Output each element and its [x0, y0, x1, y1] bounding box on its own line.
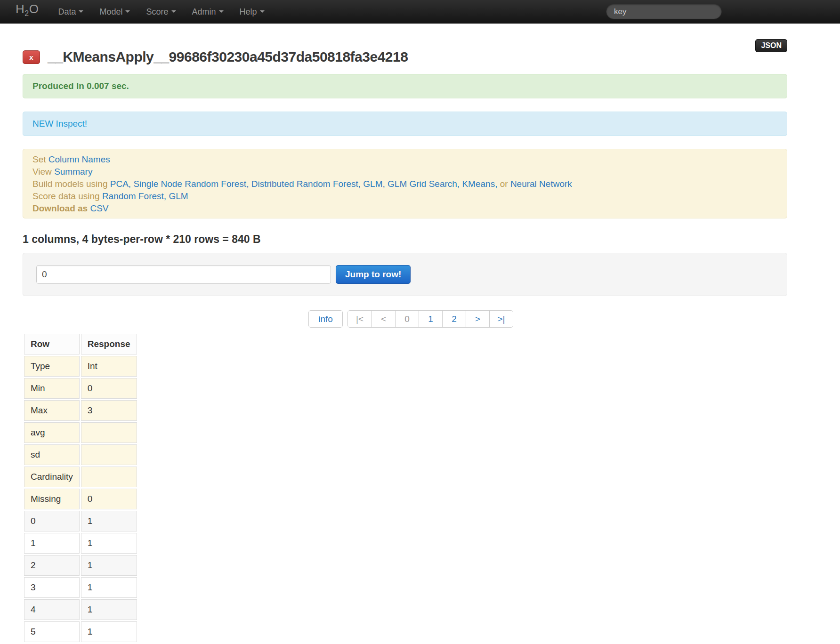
- info-button[interactable]: info: [308, 310, 343, 328]
- key-search-input[interactable]: [606, 4, 722, 19]
- nav-item-data[interactable]: Data: [50, 0, 91, 24]
- title-row: x __KMeansApply__99686f30230a45d37da5081…: [23, 49, 408, 65]
- page-title: __KMeansApply__99686f30230a45d37da50818f…: [48, 49, 408, 65]
- action-text: View: [32, 167, 54, 177]
- row-number-input[interactable]: [36, 265, 331, 284]
- row-label-cell: Max: [24, 400, 80, 421]
- actions-box: Set Column NamesView SummaryBuild models…: [23, 149, 787, 218]
- caret-down-icon: [219, 10, 224, 13]
- summary-heading: 1 columns, 4 bytes-per-row * 210 rows = …: [23, 233, 787, 246]
- nav-menu: DataModelScoreAdminHelp: [50, 0, 272, 24]
- success-alert: Produced in 0.007 sec.: [23, 74, 787, 98]
- table-header-row: Row Response: [24, 334, 137, 354]
- page-header: JSON x __KMeansApply__99686f30230a45d37d…: [23, 24, 787, 74]
- nav-item-score[interactable]: Score: [138, 0, 184, 24]
- nav-item-label: Help: [240, 0, 257, 24]
- close-button[interactable]: x: [23, 50, 40, 64]
- page-button[interactable]: >|: [489, 311, 513, 327]
- row-label-cell: 3: [24, 577, 80, 598]
- table-row: 11: [24, 533, 137, 554]
- row-value-cell: 1: [81, 511, 137, 531]
- nav-item-label: Data: [58, 0, 76, 24]
- page-button[interactable]: 2: [442, 311, 466, 327]
- page-button[interactable]: 1: [419, 311, 442, 327]
- table-row: Min0: [24, 378, 137, 399]
- action-text: Set: [32, 154, 48, 164]
- table-row: 31: [24, 577, 137, 598]
- page-button: <: [372, 311, 395, 327]
- table-row: Max3: [24, 400, 137, 421]
- action-link[interactable]: GLM: [169, 191, 188, 201]
- row-value-cell: [81, 444, 137, 465]
- nav-item-label: Score: [146, 0, 168, 24]
- nav-item-help[interactable]: Help: [232, 0, 273, 24]
- row-label-cell: Min: [24, 378, 80, 399]
- row-label-cell: Cardinality: [24, 467, 80, 487]
- action-line: View Summary: [32, 166, 777, 178]
- page-button[interactable]: >: [466, 311, 489, 327]
- caret-down-icon: [79, 10, 83, 13]
- action-line: Set Column Names: [32, 153, 777, 166]
- jump-to-row-form: Jump to row!: [23, 253, 787, 296]
- row-label-cell: Type: [24, 356, 80, 377]
- logo-text-tail: O: [29, 2, 39, 16]
- jump-to-row-button[interactable]: Jump to row!: [336, 265, 411, 284]
- action-link[interactable]: Neural Network: [510, 179, 572, 189]
- column-summary-table: Row Response TypeIntMin0Max3avgsdCardina…: [23, 332, 138, 644]
- info-alert: NEW Inspect!: [23, 112, 787, 136]
- action-link[interactable]: Random Forest,: [102, 191, 166, 201]
- json-button[interactable]: JSON: [755, 39, 787, 52]
- h2o-logo[interactable]: H2O: [16, 0, 39, 26]
- nav-item-label: Model: [99, 0, 122, 24]
- row-label-cell: 2: [24, 555, 80, 576]
- table-row: Cardinality: [24, 467, 137, 487]
- main-content: JSON x __KMeansApply__99686f30230a45d37d…: [23, 24, 787, 644]
- row-label-cell: 5: [24, 621, 80, 642]
- logo-text: H: [16, 2, 24, 16]
- row-value-cell: 1: [81, 533, 137, 554]
- action-text: or: [497, 179, 510, 189]
- new-inspect-link[interactable]: NEW Inspect!: [32, 119, 87, 129]
- row-header: Row: [24, 334, 80, 354]
- action-link[interactable]: PCA,: [110, 179, 131, 189]
- action-link[interactable]: Single Node Random Forest,: [133, 179, 249, 189]
- nav-item-model[interactable]: Model: [91, 0, 138, 24]
- row-value-cell: 0: [81, 489, 137, 509]
- action-link[interactable]: CSV: [90, 203, 108, 213]
- row-label-cell: 1: [24, 533, 80, 554]
- table-row: avg: [24, 422, 137, 443]
- table-row: TypeInt: [24, 356, 137, 377]
- row-value-cell: 3: [81, 400, 137, 421]
- action-text: Download as: [32, 203, 90, 213]
- caret-down-icon: [260, 10, 265, 13]
- caret-down-icon: [171, 10, 176, 13]
- action-link[interactable]: GLM,: [363, 179, 385, 189]
- response-header: Response: [81, 334, 137, 354]
- row-value-cell: 1: [81, 577, 137, 598]
- action-link[interactable]: Column Names: [48, 154, 110, 164]
- caret-down-icon: [125, 10, 130, 13]
- row-value-cell: 1: [81, 621, 137, 642]
- row-label-cell: 4: [24, 599, 80, 620]
- action-link[interactable]: Summary: [54, 167, 92, 177]
- pager-group: |<<012>>|: [347, 310, 513, 328]
- table-row: 21: [24, 555, 137, 576]
- row-label-cell: Missing: [24, 489, 80, 509]
- action-link[interactable]: GLM Grid Search,: [388, 179, 460, 189]
- action-line: Build models using PCA, Single Node Rand…: [32, 178, 777, 190]
- page-button: 0: [395, 311, 419, 327]
- row-value-cell: Int: [81, 356, 137, 377]
- row-value-cell: [81, 467, 137, 487]
- nav-item-admin[interactable]: Admin: [184, 0, 232, 24]
- action-line: Download as CSV: [32, 202, 777, 215]
- page-button: |<: [348, 311, 372, 327]
- action-link[interactable]: Distributed Random Forest,: [251, 179, 361, 189]
- row-label-cell: avg: [24, 422, 80, 443]
- action-link[interactable]: KMeans,: [462, 179, 497, 189]
- action-text: Score data using: [32, 191, 102, 201]
- table-row: 51: [24, 621, 137, 642]
- pagination: info |<<012>>|: [308, 310, 787, 328]
- action-line: Score data using Random Forest, GLM: [32, 190, 777, 202]
- action-text: Build models using: [32, 179, 110, 189]
- table-row: 41: [24, 599, 137, 620]
